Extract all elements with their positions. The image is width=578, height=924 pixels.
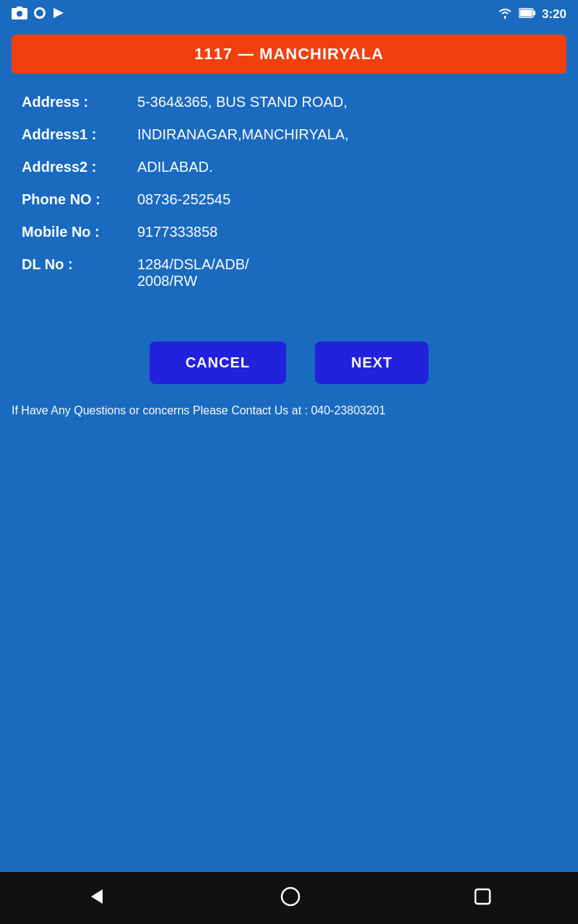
address-value: 5-364&365, BUS STAND ROAD, [137, 94, 556, 110]
dl-row: DL No : 1284/DSLA/ADB/2008/RW [22, 256, 556, 289]
mobile-value: 9177333858 [137, 224, 556, 240]
status-bar-left [12, 6, 65, 22]
phone-row: Phone NO : 08736-252545 [22, 191, 556, 208]
address1-label: Address1 : [22, 126, 137, 143]
address2-value: ADILABAD. [137, 159, 556, 175]
address1-value: INDIRANAGAR,MANCHIRYALA, [137, 126, 556, 143]
back-icon [87, 886, 107, 910]
svg-point-1 [17, 11, 22, 17]
address-label: Address : [22, 94, 137, 110]
svg-point-10 [282, 888, 299, 905]
cancel-button[interactable]: CANCEL [150, 341, 286, 384]
svg-marker-5 [53, 8, 64, 18]
svg-rect-11 [475, 889, 490, 904]
nav-recents-button[interactable] [474, 888, 491, 908]
button-row: CANCEL NEXT [0, 341, 578, 384]
dl-value: 1284/DSLA/ADB/2008/RW [137, 256, 556, 289]
home-icon [280, 886, 301, 910]
status-bar-right: 3:20 [497, 7, 566, 22]
mobile-label: Mobile No : [22, 224, 137, 240]
footer-text: If Have Any Questions or concerns Please… [0, 404, 578, 417]
svg-point-4 [36, 9, 43, 17]
nav-home-button[interactable] [280, 886, 301, 910]
address-row: Address : 5-364&365, BUS STAND ROAD, [22, 94, 556, 110]
nav-back-button[interactable] [87, 886, 107, 910]
next-button[interactable]: NEXT [315, 341, 428, 384]
header-title: 1117 — MANCHIRYALA [194, 45, 384, 63]
time: 3:20 [542, 7, 566, 22]
address2-label: Address2 : [22, 159, 137, 175]
photo-icon [12, 6, 27, 22]
android-icon [33, 6, 46, 22]
bottom-nav [0, 872, 578, 924]
address2-row: Address2 : ADILABAD. [22, 159, 556, 175]
header-banner: 1117 — MANCHIRYALA [12, 35, 566, 74]
svg-rect-8 [519, 10, 532, 17]
wifi-icon [497, 7, 513, 22]
mobile-row: Mobile No : 9177333858 [22, 224, 556, 240]
phone-value: 08736-252545 [137, 191, 556, 208]
dl-label: DL No : [22, 256, 137, 273]
recents-icon [474, 888, 491, 908]
phone-label: Phone NO : [22, 191, 137, 208]
svg-rect-2 [17, 6, 22, 9]
address1-row: Address1 : INDIRANAGAR,MANCHIRYALA, [22, 126, 556, 143]
svg-marker-9 [91, 889, 103, 904]
svg-rect-7 [533, 11, 535, 15]
content-area: Address : 5-364&365, BUS STAND ROAD, Add… [0, 79, 578, 320]
status-bar: 3:20 [0, 0, 578, 29]
battery-icon [519, 8, 536, 21]
play-icon [52, 6, 65, 22]
